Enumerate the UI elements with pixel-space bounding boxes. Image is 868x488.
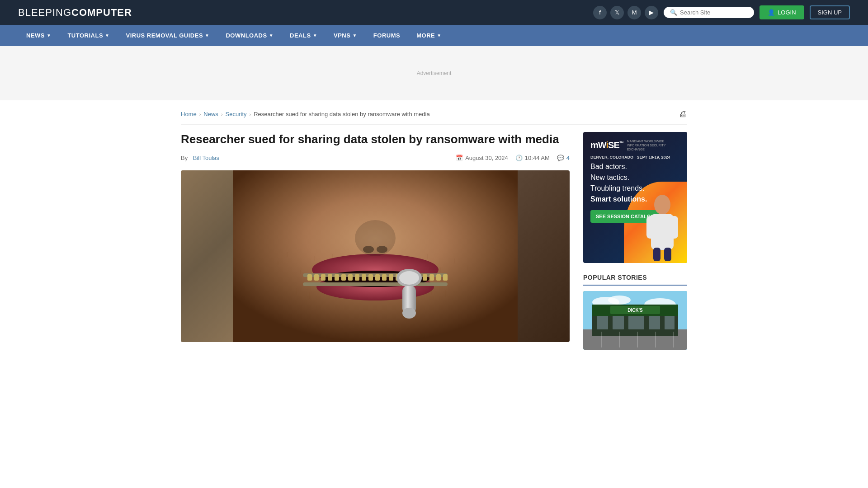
article-title: Researcher sued for sharing data stolen … — [181, 132, 570, 147]
chevron-down-icon: ▼ — [437, 33, 441, 38]
twitter-icon[interactable]: 𝕏 — [610, 6, 624, 19]
header-right: f 𝕏 M ▶ 🔍 👤 LOGIN SIGN UP — [593, 5, 850, 19]
signup-button[interactable]: SIGN UP — [810, 5, 850, 19]
chevron-down-icon: ▼ — [205, 33, 209, 38]
site-header: BLEEPINGCOMPUTER f 𝕏 M ▶ 🔍 👤 LOGIN SIGN … — [0, 0, 868, 25]
search-input[interactable] — [680, 9, 748, 16]
ad-company-name: MANDIANT WORLDWIDE INFORMATION SECURITY … — [627, 139, 680, 151]
svg-rect-25 — [328, 274, 332, 281]
nav-label-forums: FORUMS — [373, 32, 400, 39]
svg-rect-54 — [653, 248, 660, 261]
signup-label: SIGN UP — [818, 9, 842, 16]
svg-rect-65 — [597, 316, 608, 329]
comment-icon: 💬 — [557, 155, 564, 161]
svg-rect-69 — [665, 316, 675, 329]
svg-point-49 — [377, 246, 387, 253]
svg-point-58 — [608, 296, 631, 305]
breadcrumb: Home › News › Security › Researcher sued… — [181, 109, 687, 125]
nav-item-downloads[interactable]: DOWNLOADS ▼ — [217, 25, 282, 46]
breadcrumb-sep-1: › — [199, 112, 201, 117]
main-container: Home › News › Security › Researcher sued… — [163, 100, 705, 359]
breadcrumb-sep-2: › — [221, 112, 223, 117]
nav-item-deals[interactable]: DEALS ▼ — [282, 25, 326, 46]
print-icon[interactable]: 🖨 — [679, 109, 687, 119]
svg-rect-55 — [664, 248, 671, 261]
chevron-down-icon: ▼ — [269, 33, 274, 38]
article-layout: Researcher sued for sharing data stolen … — [181, 132, 687, 350]
nav-label-news: NEWS — [26, 32, 45, 39]
breadcrumb-security[interactable]: Security — [226, 111, 247, 117]
user-icon: 👤 — [768, 9, 775, 16]
social-icons: f 𝕏 M ▶ — [593, 6, 658, 19]
facebook-icon[interactable]: f — [593, 6, 607, 19]
article-sidebar: mWiSE™ MANDIANT WORLDWIDE INFORMATION SE… — [583, 132, 687, 350]
author-link[interactable]: Bill Toulas — [193, 155, 219, 161]
svg-rect-26 — [335, 274, 339, 281]
breadcrumb-current: Researcher sued for sharing data stolen … — [254, 111, 429, 117]
site-logo[interactable]: BLEEPINGCOMPUTER — [18, 7, 132, 19]
svg-text:DICK'S: DICK'S — [627, 308, 643, 313]
ad-person-image — [644, 193, 680, 263]
svg-rect-40 — [429, 274, 434, 281]
svg-rect-23 — [314, 274, 319, 281]
svg-rect-33 — [382, 274, 387, 281]
nav-item-virus[interactable]: VIRUS REMOVAL GUIDES ▼ — [118, 25, 217, 46]
date-text: August 30, 2024 — [465, 155, 508, 161]
breadcrumb-home[interactable]: Home — [181, 111, 197, 117]
svg-rect-42 — [443, 274, 448, 281]
svg-rect-53 — [670, 216, 678, 239]
svg-rect-34 — [389, 274, 393, 281]
svg-rect-27 — [341, 274, 346, 281]
article-featured-image — [181, 170, 570, 342]
svg-rect-68 — [649, 316, 660, 329]
svg-point-48 — [363, 246, 374, 253]
ad-location: DENVER, COLORADO SEPT 18-19, 2024 — [590, 155, 680, 160]
popular-story-image[interactable]: DICK'S — [583, 291, 687, 350]
main-nav: NEWS ▼ TUTORIALS ▼ VIRUS REMOVAL GUIDES … — [0, 25, 868, 46]
article-author-area: By Bill Toulas — [181, 155, 219, 161]
top-ad-banner: Advertisement — [0, 46, 868, 100]
chevron-down-icon: ▼ — [313, 33, 317, 38]
calendar-icon: 📅 — [456, 155, 463, 161]
article-time: 🕐 10:44 AM — [515, 155, 550, 161]
logo-bold: COMPUTER — [71, 7, 132, 18]
svg-rect-28 — [348, 274, 353, 281]
youtube-icon[interactable]: ▶ — [645, 6, 658, 19]
svg-rect-30 — [362, 274, 366, 281]
breadcrumb-news[interactable]: News — [203, 111, 218, 117]
zipper-mouth-svg — [181, 170, 570, 342]
login-label: LOGIN — [778, 9, 796, 16]
author-prefix: By — [181, 155, 188, 161]
nav-label-deals: DEALS — [290, 32, 311, 39]
comments-count[interactable]: 💬 4 — [557, 155, 570, 161]
ad-placeholder-text: Advertisement — [417, 70, 452, 76]
clock-icon: 🕐 — [515, 155, 523, 161]
search-bar[interactable]: 🔍 — [664, 7, 754, 18]
nav-item-tutorials[interactable]: TUTORIALS ▼ — [59, 25, 118, 46]
ad-logo-area: mWiSE™ MANDIANT WORLDWIDE INFORMATION SE… — [590, 139, 680, 151]
ad-logo: mWiSE™ — [590, 140, 623, 150]
login-button[interactable]: 👤 LOGIN — [760, 5, 804, 19]
svg-rect-24 — [321, 274, 326, 281]
svg-rect-67 — [628, 316, 644, 329]
article-main: Researcher sued for sharing data stolen … — [181, 132, 570, 342]
svg-rect-21 — [303, 282, 448, 286]
nav-label-vpns: VPNS — [334, 32, 350, 39]
time-text: 10:44 AM — [525, 155, 550, 161]
svg-rect-29 — [355, 274, 359, 281]
nav-label-more: MORE — [416, 32, 435, 39]
nav-item-more[interactable]: MORE ▼ — [408, 25, 449, 46]
article-meta: By Bill Toulas 📅 August 30, 2024 🕐 10:44… — [181, 155, 570, 161]
nav-item-vpns[interactable]: VPNS ▼ — [326, 25, 365, 46]
popular-stories-title: POPULAR STORIES — [583, 274, 687, 286]
svg-rect-39 — [423, 274, 427, 281]
svg-point-50 — [654, 195, 670, 215]
comments-number: 4 — [566, 155, 570, 161]
sidebar-advertisement[interactable]: mWiSE™ MANDIANT WORLDWIDE INFORMATION SE… — [583, 132, 687, 263]
logo-regular: BLEEPING — [18, 7, 71, 18]
nav-item-forums[interactable]: FORUMS — [365, 25, 408, 46]
mastodon-icon[interactable]: M — [627, 6, 641, 19]
search-icon: 🔍 — [670, 9, 677, 16]
svg-point-46 — [402, 308, 416, 319]
nav-item-news[interactable]: NEWS ▼ — [18, 25, 59, 46]
